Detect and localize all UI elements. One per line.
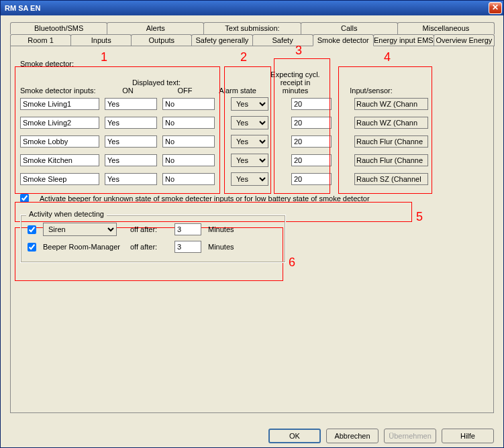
- cancel-button[interactable]: Abbrechen: [326, 429, 379, 443]
- activate-beeper-checkbox[interactable]: [20, 194, 29, 203]
- displayed-on-input[interactable]: [105, 117, 157, 129]
- input-sensor-button[interactable]: Rauch WZ (Chann: [354, 98, 428, 110]
- input-sensor-button[interactable]: Rauch WZ (Chann: [354, 117, 428, 129]
- annotation-5: 5: [416, 210, 423, 224]
- displayed-on-input[interactable]: [105, 135, 157, 148]
- table-row: YesRauch Flur (Channe: [20, 154, 487, 167]
- button-label: Abbrechen: [334, 432, 370, 440]
- button-label: Übernehmen: [389, 432, 432, 440]
- tab-room1[interactable]: Room 1: [10, 34, 71, 46]
- receipt-minutes-input[interactable]: [291, 154, 332, 166]
- alarm-state-select[interactable]: Yes: [231, 154, 268, 167]
- close-button[interactable]: ✕: [489, 2, 502, 14]
- header-off: OFF: [156, 87, 213, 95]
- displayed-off-input[interactable]: [162, 98, 215, 110]
- displayed-off-input[interactable]: [162, 117, 215, 129]
- siren-select-wrap: Siren: [43, 223, 123, 236]
- input-sensor-button[interactable]: Rauch Flur (Channe: [354, 154, 428, 166]
- tab-label: Bluetooth/SMS: [34, 24, 83, 32]
- beeper-rm-checkbox[interactable]: [28, 243, 36, 251]
- siren-minutes-input[interactable]: [174, 223, 201, 235]
- alarm-state-select[interactable]: Yes: [231, 97, 268, 111]
- beeper-rm-label: Beeper Room-Manager: [43, 243, 123, 251]
- tab-label: Calls: [341, 24, 357, 32]
- detector-name-input[interactable]: [20, 98, 99, 110]
- tab-label: Safety generally: [195, 36, 248, 44]
- displayed-off-input[interactable]: [162, 173, 215, 185]
- beeper-off-label: off after:: [130, 243, 168, 251]
- input-sensor-button[interactable]: Rauch Flur (Channe: [354, 135, 428, 148]
- tab-safety[interactable]: Safety: [252, 34, 313, 46]
- beeper-minutes-label: Minutes: [208, 243, 248, 251]
- alarm-state-select[interactable]: Yes: [231, 116, 268, 129]
- tab-label: Room 1: [28, 36, 54, 44]
- tab-smoke-detector[interactable]: Smoke detector: [313, 34, 374, 46]
- tab-energy-input-ems[interactable]: Energy input EMS: [373, 34, 434, 46]
- sensor-label: Rauch SZ (Channel: [356, 175, 421, 183]
- help-button[interactable]: Hilfe: [442, 429, 494, 443]
- header-displayed: Displayed text:: [99, 78, 213, 87]
- tab-label: Alerts: [146, 24, 165, 32]
- data-rows: YesRauch WZ (ChannYesRauch WZ (ChannYesR…: [20, 97, 487, 186]
- siren-select[interactable]: Siren: [43, 223, 117, 236]
- tab-label: Overview Energy: [436, 36, 493, 44]
- window-title: RM SA EN: [5, 4, 40, 12]
- displayed-on-input[interactable]: [105, 98, 157, 110]
- receipt-minutes-input[interactable]: [291, 173, 332, 185]
- alarm-state-select[interactable]: Yes: [231, 135, 268, 148]
- annotation-6: 6: [289, 256, 295, 270]
- ok-button[interactable]: OK: [268, 429, 321, 443]
- header-displayed-wrap: Displayed text: ON OFF: [99, 78, 213, 95]
- titlebar: RM SA EN ✕: [1, 1, 503, 15]
- button-label: Hilfe: [460, 432, 475, 440]
- displayed-on-input[interactable]: [105, 154, 157, 166]
- tab-label: Inputs: [91, 36, 111, 44]
- table-row: YesRauch Flur (Channe: [20, 135, 487, 148]
- sensor-label: Rauch WZ (Chann: [356, 119, 417, 127]
- client-area: Bluetooth/SMS Alerts Text submission: Ca…: [1, 15, 503, 447]
- table-row: YesRauch WZ (Chann: [20, 97, 487, 111]
- activity-group: Activity when detecting Siren off after:…: [20, 215, 286, 263]
- detector-name-input[interactable]: [20, 173, 99, 185]
- displayed-off-input[interactable]: [162, 154, 215, 166]
- displayed-on-input[interactable]: [105, 173, 157, 185]
- siren-checkbox[interactable]: [28, 225, 36, 234]
- tab-inputs[interactable]: Inputs: [70, 34, 132, 46]
- siren-minutes-label: Minutes: [208, 225, 248, 233]
- receipt-minutes-input[interactable]: [291, 117, 332, 129]
- displayed-off-input[interactable]: [162, 135, 215, 148]
- sensor-label: Rauch WZ (Chann: [356, 100, 417, 108]
- close-icon: ✕: [492, 3, 499, 12]
- tab-row-2: Room 1 Inputs Outputs Safety generally S…: [10, 34, 494, 46]
- activate-beeper-label: Activate beeper for unknown state of smo…: [40, 194, 370, 203]
- tab-calls[interactable]: Calls: [301, 22, 398, 34]
- tab-overview-energy[interactable]: Overview Energy: [434, 34, 495, 46]
- section-title: Smoke detector:: [20, 60, 487, 68]
- sensor-label: Rauch Flur (Channe: [356, 156, 423, 164]
- tab-bluetooth-sms[interactable]: Bluetooth/SMS: [10, 22, 107, 34]
- tab-body: 1 2 3 4 5 6 Smoke detector: Smoke detect…: [10, 46, 494, 413]
- table-row: YesRauch WZ (Chann: [20, 116, 487, 129]
- tab-label: Smoke detector: [317, 36, 369, 44]
- tab-miscellaneous[interactable]: Miscellaneous: [397, 22, 495, 34]
- detector-name-input[interactable]: [20, 135, 99, 148]
- tab-alerts[interactable]: Alerts: [107, 22, 204, 34]
- tab-safety-generally[interactable]: Safety generally: [191, 34, 252, 46]
- tab-label: Text submission:: [225, 24, 279, 32]
- tab-outputs[interactable]: Outputs: [131, 34, 192, 46]
- siren-off-label: off after:: [130, 225, 168, 233]
- header-cycl: Expecting cycl. receipt in minutes: [268, 70, 322, 95]
- detector-name-input[interactable]: [20, 117, 99, 129]
- activity-legend: Activity when detecting: [26, 210, 107, 218]
- alarm-state-select[interactable]: Yes: [231, 172, 268, 186]
- tab-label: Safety: [272, 36, 293, 44]
- apply-button[interactable]: Übernehmen: [384, 429, 436, 443]
- tab-text-submission[interactable]: Text submission:: [203, 22, 301, 34]
- beeper-minutes-input[interactable]: [174, 241, 201, 253]
- input-sensor-button[interactable]: Rauch SZ (Channel: [354, 173, 428, 185]
- receipt-minutes-input[interactable]: [291, 135, 332, 148]
- tab-label: Outputs: [149, 36, 175, 44]
- receipt-minutes-input[interactable]: [291, 98, 332, 110]
- detector-name-input[interactable]: [20, 154, 99, 166]
- column-headers: Smoke detector inputs: Displayed text: O…: [20, 70, 487, 95]
